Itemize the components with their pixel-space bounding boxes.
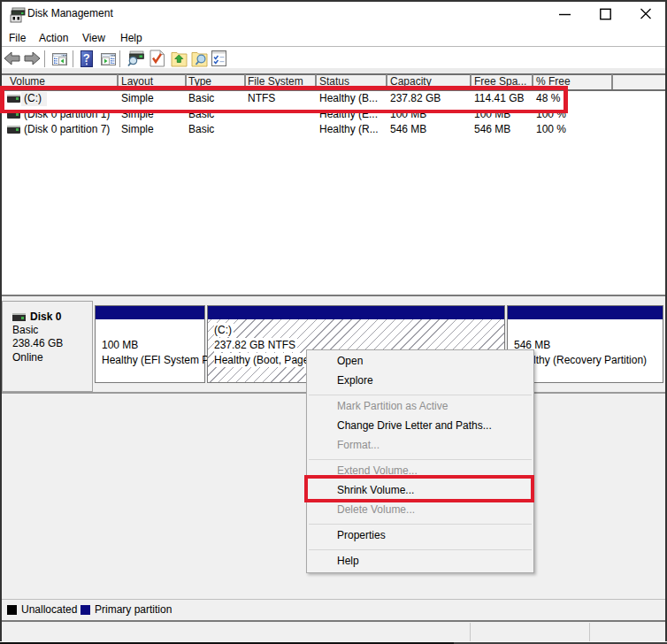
svg-text:?: ?: [83, 51, 90, 65]
